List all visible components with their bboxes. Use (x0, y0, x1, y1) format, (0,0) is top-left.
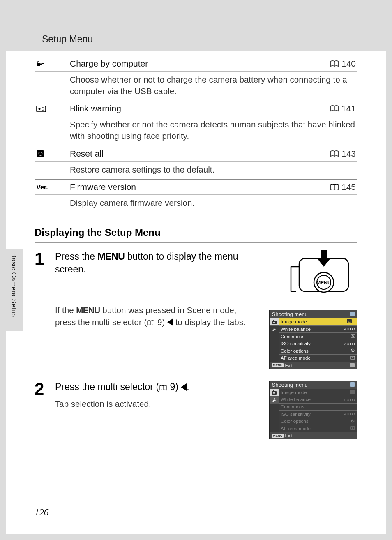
menu-label: Blink warning (70, 104, 330, 113)
lcd-item: AF area mode (279, 355, 357, 362)
lcd-tabs (270, 389, 279, 433)
svg-rect-8 (37, 150, 44, 157)
step-number: 1 (35, 250, 53, 268)
book-icon (330, 60, 339, 67)
page-ref: 140 (330, 59, 357, 69)
side-section-label: Basic Camera Setup (10, 253, 17, 317)
lcd-title: Shooting menu (272, 312, 308, 317)
lcd-item: Color options (279, 418, 357, 425)
menu-button-label: MENU (316, 280, 331, 286)
svg-point-28 (352, 357, 353, 358)
empty-tab (270, 404, 279, 433)
step-text: Press the MENU button to display the men… (55, 250, 256, 328)
svg-rect-5 (37, 106, 46, 112)
divider (35, 242, 357, 243)
page-ref-number: 141 (341, 104, 356, 113)
step-text: Press the multi selector ( 9) . Tab sele… (55, 381, 256, 410)
step-number: 2 (35, 381, 53, 398)
lcd-screenshot-2: Shooting menu (269, 381, 357, 440)
lcd-item: Image mode 12 ▸ (279, 318, 357, 326)
book-icon (159, 385, 167, 391)
menu-desc: Restore camera settings to the default. (35, 162, 357, 180)
menu-badge-icon: MENU (272, 363, 284, 367)
step-2: 2 Press the multi selector ( 9) . Tab se… (35, 381, 357, 440)
step-subtext: Tab selection is activated. (55, 398, 253, 410)
svg-rect-3 (42, 65, 44, 65)
svg-rect-2 (42, 63, 44, 64)
menu-glyph: MENU (76, 305, 100, 315)
menu-desc: Choose whether or not to charge the came… (35, 72, 357, 101)
setup-menu-table: Charge by computer 140 Choose whether or… (35, 56, 357, 213)
menu-row-reset: Reset all 143 (35, 146, 357, 162)
lcd-foot: MENU Exit (270, 432, 357, 439)
menu-row-blink: Blink warning 141 (35, 101, 357, 116)
svg-point-20 (273, 321, 275, 323)
svg-rect-31 (273, 390, 274, 392)
lcd-item: Color options (279, 347, 357, 355)
help-icon (350, 363, 355, 367)
lcd-tabs (270, 318, 279, 362)
wrench-tab-icon (270, 326, 279, 333)
book-icon (147, 320, 155, 326)
step-subtext: If the MENU button was pressed in Scene … (55, 305, 253, 328)
lcd-item: White balanceAUTO (279, 396, 357, 404)
svg-point-38 (352, 427, 353, 429)
page-title: Setup Menu (42, 34, 93, 45)
lcd-list: Image mode White balanceAUTO Continuous … (279, 389, 357, 433)
menu-label: Firmware version (70, 182, 330, 192)
section-heading: Displaying the Setup Menu (35, 227, 357, 238)
svg-text:12: 12 (348, 320, 351, 323)
book-icon (330, 105, 339, 112)
lcd-title-icon (350, 312, 355, 316)
ver-icon: Ver. (35, 183, 70, 192)
camera-tab-icon (270, 318, 279, 326)
book-icon (330, 150, 339, 157)
reset-icon (35, 149, 70, 158)
svg-rect-34 (351, 405, 355, 408)
svg-point-32 (273, 392, 275, 394)
left-arrow-icon (181, 383, 187, 391)
book-icon (330, 184, 339, 190)
svg-rect-1 (40, 63, 42, 65)
menu-glyph: MENU (98, 251, 125, 262)
page-ref-number: 145 (341, 182, 356, 192)
lcd-item: White balanceAUTO (279, 326, 357, 333)
page-ref: 145 (330, 182, 357, 192)
page-ref: 141 (330, 104, 357, 113)
svg-rect-0 (37, 63, 40, 66)
menu-row-firmware: Ver. Firmware version 145 (35, 180, 357, 195)
menu-label: Charge by computer (70, 59, 330, 69)
page-ref: 143 (330, 149, 357, 159)
svg-point-6 (39, 108, 41, 110)
plug-icon (35, 60, 70, 68)
camera-tab-icon (270, 389, 279, 397)
menu-row-charge: Charge by computer 140 (35, 56, 357, 72)
lcd-item: ISO sensitivityAUTO (279, 411, 357, 418)
lcd-item: Continuous (279, 404, 357, 411)
blink-icon (35, 104, 70, 113)
lcd-title-icon (350, 382, 355, 387)
svg-rect-19 (273, 320, 274, 321)
camera-diagram: MENU (288, 250, 357, 298)
lcd-item: ContinuousS (279, 333, 357, 340)
lcd-foot: MENU Exit (270, 362, 357, 369)
step-1: 1 Press the MENU button to display the m… (35, 250, 357, 369)
menu-desc: Display camera firmware version. (35, 195, 357, 213)
left-arrow-icon (167, 318, 173, 326)
page-number: 126 (35, 507, 49, 518)
wrench-tab-icon (270, 397, 279, 404)
svg-text:S: S (352, 335, 354, 337)
menu-label: Reset all (70, 149, 330, 159)
menu-desc: Specify whether or not the camera detect… (35, 116, 357, 146)
lcd-item: ISO sensitivityAUTO (279, 340, 357, 348)
lcd-item: AF area mode (279, 425, 357, 433)
lcd-title: Shooting menu (272, 382, 308, 388)
page-ref-number: 143 (341, 149, 356, 159)
menu-badge-icon: MENU (272, 434, 284, 438)
lcd-screenshot-1: Shooting menu (269, 310, 357, 369)
page-ref-number: 140 (341, 59, 356, 69)
svg-rect-16 (321, 250, 327, 258)
lcd-list: Image mode 12 ▸ White balanceAUTO Contin… (279, 318, 357, 362)
svg-rect-33 (350, 390, 355, 394)
empty-tab (270, 333, 279, 362)
